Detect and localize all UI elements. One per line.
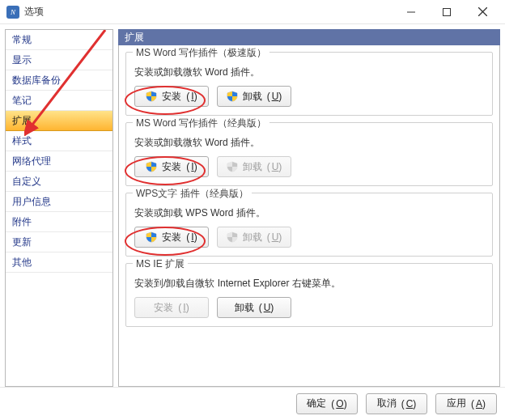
group: MS Word 写作插件（经典版）安装或卸载微软 Word 插件。 安装(I) … xyxy=(125,122,493,186)
install-hotkey: (I) xyxy=(178,302,189,313)
close-button[interactable] xyxy=(465,1,500,23)
sidebar-item[interactable]: 网络代理 xyxy=(6,151,112,172)
uninstall-button[interactable]: 卸载(U) xyxy=(217,297,291,318)
apply-hotkey: (A) xyxy=(471,398,486,409)
group-description: 安装或卸载微软 Word 插件。 xyxy=(134,66,484,79)
ok-button[interactable]: 确定 (O) xyxy=(296,393,358,414)
uninstall-hotkey: (U) xyxy=(259,302,274,313)
group-title: MS IE 扩展 xyxy=(133,257,188,271)
panel-body: MS Word 写作插件（极速版）安装或卸载微软 Word 插件。 安装(I) … xyxy=(118,45,500,387)
uninstall-label: 卸载 xyxy=(243,231,262,244)
app-icon: N xyxy=(6,6,19,19)
svg-rect-0 xyxy=(443,8,451,15)
sidebar-item[interactable]: 扩展 xyxy=(6,111,112,131)
shield-icon xyxy=(227,161,238,172)
install-label: 安装 xyxy=(162,90,181,104)
cancel-label: 取消 xyxy=(377,397,397,410)
group: WPS文字 插件（经典版）安装或卸载 WPS Word 插件。 安装(I) 卸载… xyxy=(125,193,493,257)
shield-icon xyxy=(146,161,157,172)
sidebar-item[interactable]: 附件 xyxy=(6,212,112,232)
sidebar: 常规显示数据库备份笔记扩展样式网络代理自定义用户信息附件更新其他 xyxy=(5,29,113,387)
sidebar-item-label: 其他 xyxy=(12,256,32,269)
sidebar-item-label: 附件 xyxy=(12,215,32,229)
sidebar-item-label: 显示 xyxy=(12,53,32,67)
uninstall-hotkey: (U) xyxy=(267,231,282,243)
uninstall-hotkey: (U) xyxy=(267,91,282,102)
uninstall-button: 卸载(U) xyxy=(217,227,291,248)
install-button[interactable]: 安装(I) xyxy=(134,156,209,177)
group-description: 安装到/卸载自微软 Internet Explorer 右键菜单。 xyxy=(134,277,484,291)
sidebar-item-label: 笔记 xyxy=(12,94,32,108)
group-description: 安装或卸载微软 Word 插件。 xyxy=(134,136,484,150)
group-title: WPS文字 插件（经典版） xyxy=(133,187,252,201)
button-row: 安装(I) 卸载(U) xyxy=(134,156,484,177)
ok-label: 确定 xyxy=(307,397,326,410)
install-label: 安装 xyxy=(162,231,181,244)
cancel-hotkey: (C) xyxy=(401,398,417,409)
sidebar-item-label: 数据库备份 xyxy=(12,74,61,87)
panel-header: 扩展 xyxy=(118,29,500,45)
sidebar-item[interactable]: 显示 xyxy=(6,50,112,70)
apply-button[interactable]: 应用 (A) xyxy=(435,393,497,414)
apply-label: 应用 xyxy=(447,397,466,410)
sidebar-item-label: 自定义 xyxy=(12,175,41,189)
button-row: 安装(I) 卸载(U) xyxy=(134,227,484,248)
minimize-button[interactable] xyxy=(393,1,429,23)
install-button[interactable]: 安装(I) xyxy=(134,86,209,107)
sidebar-item-label: 网络代理 xyxy=(12,155,51,168)
group: MS Word 写作插件（极速版）安装或卸载微软 Word 插件。 安装(I) … xyxy=(125,52,493,116)
install-hotkey: (I) xyxy=(186,91,197,102)
shield-icon xyxy=(227,231,238,243)
install-button[interactable]: 安装(I) xyxy=(134,227,209,248)
title-bar: N 选项 xyxy=(0,0,505,24)
sidebar-item[interactable]: 样式 xyxy=(6,131,112,151)
button-row: 安装(I) 卸载(U) xyxy=(134,86,484,107)
install-hotkey: (I) xyxy=(186,231,197,243)
install-button: 安装(I) xyxy=(134,297,209,318)
sidebar-item-label: 扩展 xyxy=(12,114,32,128)
install-hotkey: (I) xyxy=(186,161,197,172)
sidebar-item-label: 用户信息 xyxy=(12,195,51,209)
uninstall-label: 卸载 xyxy=(235,301,254,315)
uninstall-button[interactable]: 卸载(U) xyxy=(217,86,291,107)
group-title: MS Word 写作插件（经典版） xyxy=(133,117,269,130)
sidebar-item[interactable]: 更新 xyxy=(6,232,112,252)
group-description: 安装或卸载 WPS Word 插件。 xyxy=(134,206,484,220)
sidebar-item[interactable]: 自定义 xyxy=(6,172,112,192)
sidebar-item-label: 常规 xyxy=(12,33,32,47)
right-pane: 扩展 MS Word 写作插件（极速版）安装或卸载微软 Word 插件。 安装(… xyxy=(118,29,500,387)
sidebar-item[interactable]: 数据库备份 xyxy=(6,70,112,91)
install-label: 安装 xyxy=(154,301,173,315)
sidebar-item-label: 样式 xyxy=(12,134,32,148)
client-area: 常规显示数据库备份笔记扩展样式网络代理自定义用户信息附件更新其他 扩展 MS W… xyxy=(0,24,505,387)
uninstall-label: 卸载 xyxy=(243,160,262,174)
group-title: MS Word 写作插件（极速版） xyxy=(133,46,269,60)
group: MS IE 扩展安装到/卸载自微软 Internet Explorer 右键菜单… xyxy=(125,263,493,327)
ok-hotkey: (O) xyxy=(331,398,346,409)
footer: 确定 (O) 取消 (C) 应用 (A) xyxy=(0,387,505,419)
window-title: 选项 xyxy=(24,5,44,19)
shield-icon xyxy=(146,231,157,243)
uninstall-button: 卸载(U) xyxy=(217,156,291,177)
sidebar-item[interactable]: 用户信息 xyxy=(6,192,112,212)
sidebar-item[interactable]: 其他 xyxy=(6,252,112,273)
shield-icon xyxy=(146,91,157,102)
uninstall-hotkey: (U) xyxy=(267,161,282,172)
maximize-button[interactable] xyxy=(429,1,465,23)
sidebar-item[interactable]: 常规 xyxy=(6,30,112,50)
sidebar-item-label: 更新 xyxy=(12,235,32,249)
uninstall-label: 卸载 xyxy=(243,90,262,104)
install-label: 安装 xyxy=(162,160,181,174)
sidebar-item[interactable]: 笔记 xyxy=(6,91,112,111)
shield-icon xyxy=(227,91,238,102)
button-row: 安装(I)卸载(U) xyxy=(134,297,484,318)
cancel-button[interactable]: 取消 (C) xyxy=(366,393,427,414)
